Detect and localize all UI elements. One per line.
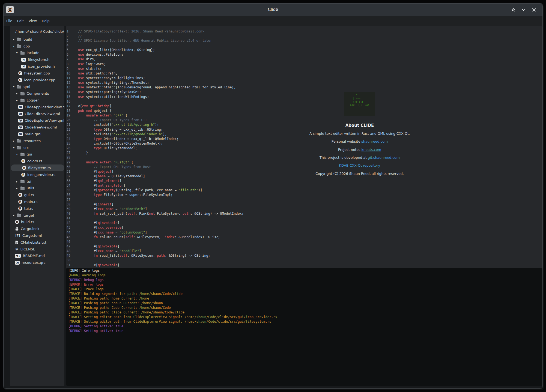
tree-item-target[interactable]: ▸target (10, 212, 64, 219)
code-line[interactable]: 37 (66, 197, 425, 202)
code-line[interactable]: 42 #[qinvokable] (66, 221, 425, 225)
tree-item-label: Logger (27, 98, 39, 102)
code-line[interactable]: 35 #[qproperty(QString, file_path, cxx_n… (66, 188, 425, 193)
tree-item-cmakelists-txt[interactable]: CMakeLists.txt (10, 239, 64, 246)
code-line[interactable]: 3// SPDX-License-Identifier: GNU General… (66, 38, 425, 43)
editor-panel[interactable]: 1// SPDX-FileCopyrightText: 2026, Shaun … (66, 26, 542, 268)
code-line[interactable]: 1// SPDX-FileCopyrightText: 2026, Shaun … (66, 29, 425, 34)
chevron-collapsed-icon[interactable]: ▸ (16, 99, 20, 102)
tree-item-tui[interactable]: ▸tui (10, 178, 64, 185)
qt-icon: Qt (18, 132, 23, 136)
tree-item-license[interactable]: ∗LICENSE (10, 246, 64, 253)
code-line[interactable]: 33 #[qml_element] (66, 179, 425, 183)
code-line[interactable]: 4 (66, 43, 425, 47)
code-line[interactable]: 34 #[qml_singleton] (66, 183, 425, 188)
code-line[interactable]: 46 (66, 239, 425, 244)
code-line[interactable]: 13use syntect::html::{IncludeBackground,… (66, 85, 425, 90)
tree-item-filesystem-h[interactable]: Hfilesystem.h (10, 56, 64, 63)
chevron-collapsed-icon[interactable]: ▸ (13, 38, 17, 41)
tree-item-filesystem-rs[interactable]: Rfilesystem.rs (11, 164, 64, 171)
tree-item-build-rs[interactable]: Rbuild.rs (10, 219, 64, 226)
code-line[interactable]: 6use devicons::FileIcon; (66, 52, 425, 57)
log-entry: [TRACE] Setting editor path from ClideEx… (68, 319, 542, 324)
tree-item-icon-provider-rs[interactable]: Ricon_provider.rs (10, 171, 64, 178)
tree-item-gui-rs[interactable]: Rgui.rs (10, 191, 64, 198)
minimize-button[interactable] (520, 7, 527, 13)
chevron-expanded-icon[interactable]: ▾ (13, 146, 17, 149)
tree-item-filesystem-cpp[interactable]: Cfilesystem.cpp (10, 70, 64, 77)
tree-item-resources[interactable]: ▸resources (10, 137, 64, 144)
code-line[interactable]: 40 fn set_root_path(self: Pin<&mut FileS… (66, 211, 425, 216)
code-line[interactable]: 48 #[cxx_name = "readFile"] (66, 249, 425, 253)
tree-item-gui[interactable]: ▾gui (10, 151, 64, 158)
tree-item-cargo-toml[interactable]: [T]Cargo.toml (10, 232, 64, 239)
code-line[interactable]: 8use log::warn; (66, 62, 425, 66)
code-line[interactable]: 43 #[cxx_override] (66, 225, 425, 230)
code-line[interactable]: 5use cxx_qt_lib::{QModelIndex, QString}; (66, 48, 425, 52)
code-line[interactable]: 41 (66, 216, 425, 221)
tree-item-icon-provider-cpp[interactable]: Cicon_provider.cpp (10, 77, 64, 83)
qt-badge: Qt (18, 125, 23, 129)
tree-item-build[interactable]: ▸build (10, 36, 64, 43)
code-line[interactable]: 39 #[cxx_name = "setRootPath"] (66, 207, 425, 211)
line-number: 13 (66, 85, 74, 89)
code-line[interactable]: 50 (66, 258, 425, 263)
code-segment: use (78, 76, 84, 80)
menu-help[interactable]: Help (39, 16, 52, 26)
tree-item-icon-provider-h[interactable]: Hicon_provider.h (10, 63, 64, 70)
tree-item-src[interactable]: ▾src (10, 144, 64, 151)
tree-item-include[interactable]: ▾include (10, 50, 64, 56)
tree-item-cargo-lock[interactable]: Cargo.lock (10, 225, 64, 232)
code-line[interactable]: 44 #[cxx_name = "columnCount"] (66, 230, 425, 235)
about-link[interactable]: knoats.com (361, 148, 381, 152)
tree-item-colors-rs[interactable]: Rcolors.rs (10, 158, 64, 164)
code-line[interactable]: 12use syntect::highlighting::ThemeSet; (66, 80, 425, 85)
tree-item-clideapplicationview-qml[interactable]: QtClideApplicationView.qml (10, 104, 64, 110)
code-line[interactable]: 2// (66, 34, 425, 38)
code-line[interactable]: 45 fn column_count(self: &FileSystem, _i… (66, 235, 425, 239)
code-line[interactable]: 38 #[inherit] (66, 202, 425, 207)
about-link[interactable]: git.shaunreed.com (368, 155, 400, 160)
chevron-expanded-icon[interactable]: ▾ (13, 45, 17, 48)
qt-icon: Qt (18, 112, 23, 116)
code-line[interactable]: 51 #[qinvokable] (66, 263, 425, 267)
code-line[interactable]: 10use std::path::Path; (66, 71, 425, 76)
menu-edit[interactable]: Edit (15, 16, 26, 26)
menu-view[interactable]: View (26, 16, 39, 26)
line-number: 47 (66, 244, 74, 248)
tree-item-utils[interactable]: ▸utils (10, 185, 64, 192)
about-link[interactable]: KDAB CXX-Qt repository (339, 163, 380, 167)
about-link[interactable]: shaunreed.com (361, 139, 388, 143)
menu-file[interactable]: File (4, 16, 15, 26)
chevron-collapsed-icon[interactable]: ▸ (13, 139, 17, 142)
tree-item-main-rs[interactable]: Rmain.rs (10, 198, 64, 205)
tree-item-components[interactable]: ▸Components (10, 90, 64, 97)
code-segment: use (78, 48, 84, 52)
chevron-collapsed-icon[interactable]: ▸ (16, 92, 20, 95)
chevron-expanded-icon[interactable]: ▾ (13, 85, 17, 88)
tree-item-readme-md[interactable]: M↓README.md (10, 253, 64, 259)
tree-item-qml[interactable]: ▾qml (10, 83, 64, 90)
code-line[interactable]: 9use std::fs; (66, 66, 425, 71)
tree-item-clidetreeview-qml[interactable]: QtClideTreeView.qml (10, 124, 64, 131)
code-line[interactable]: 36 type FileSystem = super::FileSystemIm… (66, 193, 425, 197)
tree-item-main-qml[interactable]: Qtmain.qml (10, 131, 64, 137)
chevron-collapsed-icon[interactable]: ▸ (16, 180, 20, 183)
tree-item-cpp[interactable]: ▾cpp (10, 43, 64, 50)
code-line[interactable]: 11use syntect::easy::HighlightLines; (66, 76, 425, 80)
code-line[interactable]: 47 #[qinvokable] (66, 244, 425, 249)
tree-item-tui-rs[interactable]: Rtui.rs (10, 205, 64, 212)
close-button[interactable] (531, 7, 537, 13)
tree-item-resources-qrc[interactable]: Qtresources.qrc (10, 259, 64, 266)
maximize-button[interactable] (510, 7, 517, 13)
code-line[interactable]: 49 fn read_file(self: &FileSystem, path:… (66, 253, 425, 258)
tree-item-logger[interactable]: ▸Logger (10, 97, 64, 104)
chevron-collapsed-icon[interactable]: ▸ (16, 187, 20, 190)
chevron-collapsed-icon[interactable]: ▸ (13, 214, 17, 217)
chevron-expanded-icon[interactable]: ▾ (16, 153, 20, 156)
tree-item-clideexplorerview-qml[interactable]: QtClideExplorerView.qml (10, 117, 64, 124)
chevron-expanded-icon[interactable]: ▾ (16, 51, 20, 54)
code-line[interactable]: 7use dirs; (66, 57, 425, 62)
tree-item-clideeditorview-qml[interactable]: QtClideEditorView.qml (10, 110, 64, 117)
code-segment: path (183, 212, 190, 216)
